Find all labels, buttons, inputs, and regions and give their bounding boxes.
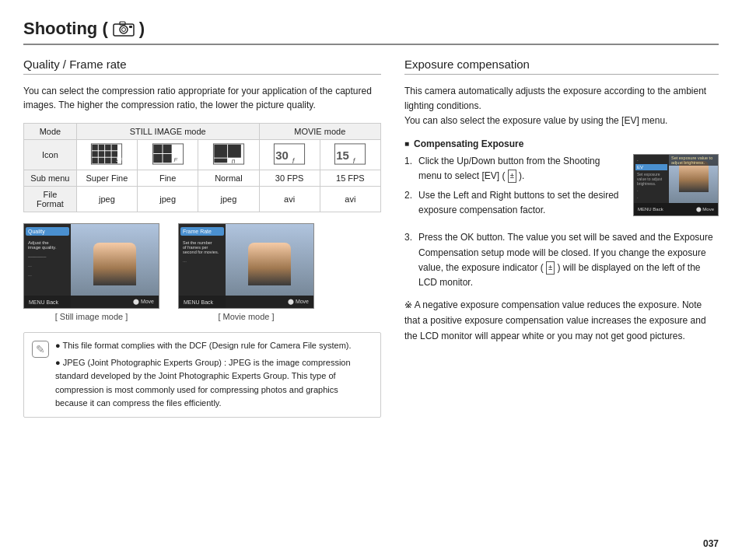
fileformat-15fps: avi — [320, 187, 380, 212]
right-column: Exposure compensation This camera automa… — [404, 58, 719, 418]
movie-person-shape — [248, 243, 291, 285]
movie-move-label: ⬤ Move — [288, 299, 309, 305]
ev-icon-1: ± — [508, 170, 516, 182]
right-section-title: Exposure compensation — [404, 58, 719, 75]
still-person-shape — [93, 243, 136, 285]
icon-label-cell: Icon — [24, 140, 77, 170]
camera-icon-svg — [113, 20, 135, 37]
movie-photo-area — [226, 224, 313, 296]
icon-normal: n — [198, 140, 259, 170]
still-menu-item4: ··· — [26, 262, 69, 270]
svg-rect-13 — [106, 151, 111, 156]
still-menu-item3: ────── — [26, 253, 69, 261]
ev-desc: Set exposure value to adjust brightness. — [669, 155, 718, 166]
title-text: Shooting ( — [23, 19, 108, 39]
svg-rect-12 — [106, 145, 111, 150]
movie-screenshot-inner: Frame Rate Set the numberof frames perse… — [179, 224, 313, 308]
svg-rect-4 — [129, 26, 132, 28]
step-3: 3. Press the OK button. The value you se… — [404, 230, 719, 290]
movie-bottom-bar: MENU Back ⬤ Move — [179, 296, 313, 308]
note-bullet1: ● This file format complies with the DCF… — [55, 339, 373, 353]
step-1: 1. Click the Up/Down button from the Sho… — [404, 154, 624, 184]
columns: Quality / Frame rate You can select the … — [23, 58, 719, 418]
steps-list: 1. Click the Up/Down button from the Sho… — [404, 154, 624, 223]
svg-text:f: f — [292, 157, 296, 165]
svg-point-2 — [121, 28, 125, 32]
note-icon: ✎ — [32, 341, 49, 358]
movie-menu-item2: Set the numberof frames persecond for mo… — [180, 239, 224, 256]
right-intro: This camera automatically adjusts the ex… — [404, 84, 719, 129]
mode-label-cell: Mode — [24, 124, 77, 140]
ev-person-shape — [679, 161, 709, 192]
left-section-title: Quality / Frame rate — [23, 58, 381, 75]
svg-text:n: n — [232, 157, 236, 165]
table-fileformat-row: File Format jpeg jpeg jpeg avi avi — [24, 187, 381, 212]
step-1-num: 1. — [404, 154, 412, 184]
left-column: Quality / Frame rate You can select the … — [23, 58, 381, 418]
ev-bottom-bar: MENU Back ⬤ Move — [634, 203, 718, 215]
icon-fine: F — [138, 140, 198, 170]
svg-text:F: F — [173, 156, 177, 163]
svg-rect-22 — [153, 154, 162, 163]
step-1-text: Click the Up/Down button from the Shooti… — [418, 154, 624, 184]
submenu-30fps: 30 FPS — [259, 170, 320, 187]
svg-rect-11 — [99, 158, 104, 163]
movie-back-label: MENU Back — [184, 299, 213, 305]
step-2-num: 2. — [404, 188, 412, 218]
svg-rect-28 — [214, 159, 227, 163]
ev-move-label: ⬤ Move — [696, 206, 714, 212]
step-3-text: Press the OK button. The value you set w… — [418, 230, 719, 290]
svg-rect-8 — [93, 158, 98, 163]
svg-rect-26 — [214, 145, 227, 158]
submenu-sf: Super Fine — [76, 170, 137, 187]
comp-section-title: Compensating Exposure — [404, 138, 719, 149]
steps-and-img: 1. Click the Up/Down button from the Sho… — [404, 154, 719, 223]
still-image-header: STILL IMAGE mode — [76, 124, 259, 140]
svg-rect-23 — [163, 154, 171, 163]
svg-rect-27 — [228, 145, 241, 158]
title-suffix: ) — [139, 19, 145, 39]
icon-super-fine: SF — [76, 140, 137, 170]
fileformat-30fps: avi — [259, 187, 320, 212]
fileformat-sf: jpeg — [76, 187, 137, 212]
still-back-label: MENU Back — [29, 299, 58, 305]
still-bottom-bar: MENU Back ⬤ Move — [24, 296, 159, 308]
ev-menu-item1: · — [635, 157, 667, 163]
step-2: 2. Use the Left and Right buttons to set… — [404, 188, 624, 218]
still-screenshot: Quality Adjust theimage quality. ────── … — [23, 223, 159, 309]
ev-menu-item4: · — [635, 187, 667, 194]
page: Shooting ( ) Quality / Frame rate You ca… — [0, 0, 742, 560]
table-icon-row: Icon — [24, 140, 381, 170]
note-bullet2: ● JPEG (Joint Photographic Experts Group… — [55, 356, 373, 411]
svg-text:SF: SF — [117, 156, 124, 163]
fileformat-f: jpeg — [138, 187, 198, 212]
ev-back-label: MENU Back — [638, 207, 663, 212]
still-menu-quality: Quality — [26, 227, 69, 236]
step-2-text: Use the Left and Right buttons to set th… — [418, 188, 624, 218]
ev-menu-item-ev: EV — [635, 164, 667, 170]
submenu-f: Fine — [138, 170, 198, 187]
still-menu-item2: Adjust theimage quality. — [26, 239, 69, 251]
icon-30fps: 30 f — [259, 140, 320, 170]
submenu-n: Normal — [198, 170, 259, 187]
submenu-label-cell: Sub menu — [24, 170, 77, 187]
svg-rect-6 — [93, 145, 98, 150]
movie-screenshot-wrap: Frame Rate Set the numberof frames perse… — [178, 223, 314, 321]
svg-rect-20 — [153, 145, 162, 153]
note-star: A negative exposure compensation value r… — [404, 298, 719, 344]
table-submenu-row: Sub menu Super Fine Fine Normal 30 FPS 1… — [24, 170, 381, 187]
ev-menu-item5: · — [635, 194, 667, 201]
page-number: 037 — [703, 538, 719, 549]
icon-15fps: 15 f — [320, 140, 380, 170]
fileformat-n: jpeg — [198, 187, 259, 212]
svg-rect-21 — [163, 145, 171, 153]
page-title: Shooting ( ) — [23, 19, 719, 45]
svg-rect-7 — [93, 151, 98, 156]
still-menu-item5: ··· — [26, 271, 69, 279]
svg-text:15: 15 — [337, 149, 350, 162]
svg-text:30: 30 — [275, 149, 289, 162]
fileformat-label-cell: File Format — [24, 187, 77, 212]
note-box: ✎ ● This file format complies with the D… — [23, 332, 381, 418]
screenshots-row: Quality Adjust theimage quality. ────── … — [23, 223, 381, 321]
mode-table: Mode STILL IMAGE mode MOVIE mode Icon — [23, 123, 381, 212]
